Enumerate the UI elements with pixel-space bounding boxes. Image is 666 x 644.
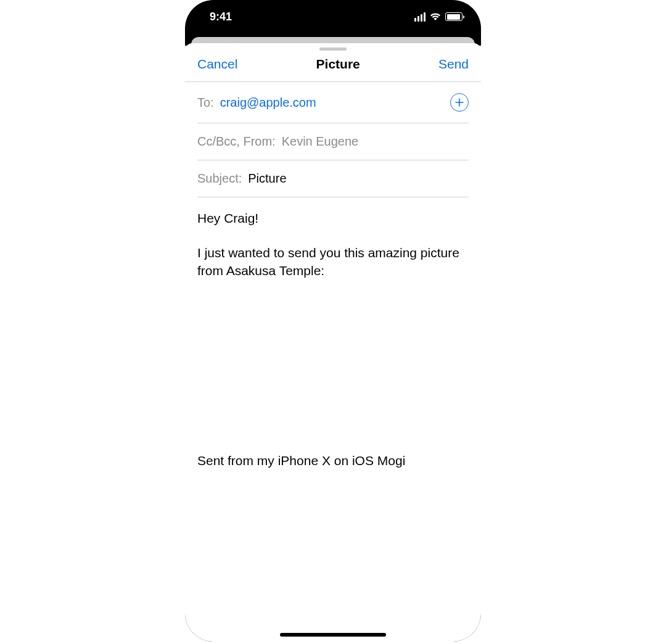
add-contact-button[interactable]: [450, 93, 469, 112]
cellular-signal-icon: [414, 12, 426, 22]
to-value[interactable]: craig@apple.com: [220, 96, 316, 110]
status-time: 9:41: [210, 10, 232, 23]
send-button[interactable]: Send: [438, 57, 469, 72]
nav-bar: Cancel Picture Send: [185, 51, 481, 82]
subject-row[interactable]: Subject: Picture: [197, 160, 469, 197]
body-paragraph-2: I just wanted to send you this amazing p…: [197, 244, 469, 279]
home-indicator[interactable]: [280, 633, 386, 637]
to-label: To:: [197, 96, 214, 110]
cancel-button[interactable]: Cancel: [197, 57, 237, 72]
status-right: [414, 12, 462, 22]
cc-from-label: Cc/Bcc, From:: [197, 134, 276, 149]
subject-value[interactable]: Picture: [248, 171, 286, 186]
subject-label: Subject:: [197, 171, 242, 186]
phone-frame: 9:41 Cancel Picture Send: [185, 0, 481, 642]
status-bar: 9:41: [185, 0, 481, 33]
signature-line: Sent from my iPhone X on iOS Mogi: [197, 452, 469, 469]
cc-from-value: Kevin Eugene: [282, 134, 359, 149]
wifi-icon: [429, 12, 442, 21]
to-row[interactable]: To: craig@apple.com: [197, 82, 469, 123]
message-body[interactable]: Hey Craig! I just wanted to send you thi…: [185, 197, 481, 482]
nav-title: Picture: [316, 57, 360, 72]
cc-from-row[interactable]: Cc/Bcc, From: Kevin Eugene: [197, 123, 469, 160]
body-paragraph-1: Hey Craig!: [197, 210, 469, 227]
plus-icon: [454, 97, 465, 108]
battery-icon: [445, 12, 462, 21]
compose-sheet: Cancel Picture Send To: craig@apple.com …: [185, 43, 481, 642]
